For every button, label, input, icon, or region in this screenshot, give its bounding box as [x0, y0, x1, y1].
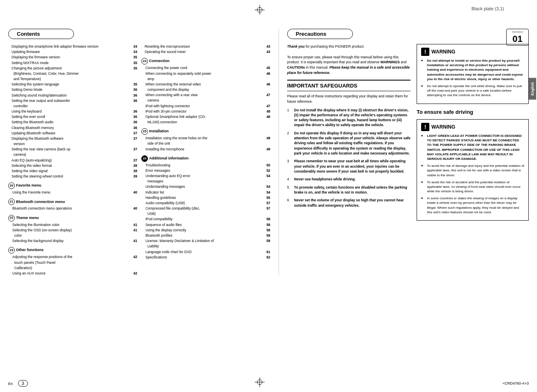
toc-item: Installation using the screw holes on th…: [141, 136, 270, 146]
en-label: En 3: [8, 381, 28, 386]
list-item: 4 Never use headphones while driving.: [287, 177, 410, 182]
toc-section-20: 20 Favorite menu: [8, 182, 137, 189]
page-container: Black plate (3,1) Contents Displaying th…: [0, 0, 537, 392]
toc-item: Troubleshooting 50: [141, 163, 270, 168]
thank-you-para: Thank you for purchasing this PIONEER pr…: [287, 44, 410, 76]
contents-header: Contents: [8, 29, 74, 39]
warning-item: Do not attempt to install or service thi…: [421, 58, 524, 81]
warning-title-1: ! WARNING: [421, 48, 524, 56]
toc-item: Handling guidelines 55: [141, 195, 270, 201]
toc-item: Error messages 52: [141, 168, 270, 173]
toc-item: Displaying the firmware version 35: [8, 55, 137, 60]
page-number-box: 3: [18, 380, 28, 387]
list-item: 3 Please remember to wear your seat belt…: [287, 159, 410, 174]
precautions-header: Precautions: [287, 29, 353, 39]
toc-item: Setting Demo Mode 36: [8, 87, 137, 92]
toc-item: Displaying the Bluetooth software versio…: [8, 136, 137, 147]
list-item: 2 Do not operate this display if doing s…: [287, 131, 410, 156]
toc-item: Setting the Bluetooth audio 36: [8, 120, 137, 125]
toc-item: iPod with lightning connector 47: [141, 104, 270, 109]
warning-title-2: ! WARNING: [421, 123, 524, 131]
toc-section-24: 24 Connection: [141, 58, 270, 65]
precautions-body: Thank you for purchasing this PIONEER pr…: [287, 44, 529, 225]
toc-item: Updating Bluetooth software 37: [8, 131, 137, 136]
toc-item: Changing the picture adjustment (Brightn…: [8, 66, 137, 82]
toc-item: Setting the rear output and subwoofer co…: [8, 98, 137, 109]
toc-item: Sequence of audio files 58: [141, 222, 270, 228]
safeguards-intro: Please read all of these instructions re…: [287, 94, 410, 104]
list-item: 6 Never set the volume of your display s…: [287, 198, 410, 208]
toc-item: Compressed file compatibility (disc, USB…: [141, 206, 270, 217]
toc-item: Installing the microphone 49: [141, 147, 270, 152]
toc-item: iPod compatibility 58: [141, 217, 270, 222]
toc-section-23: 23 Other functions: [8, 247, 137, 254]
warning-icon-2: !: [421, 123, 429, 131]
toc-item: Using the Favorite menu 40: [8, 190, 137, 195]
black-plate-label: Black plate (3,1): [472, 6, 504, 11]
toc-item: Selecting the background display 41: [8, 238, 137, 244]
section-label: Section: [509, 30, 526, 34]
warning-icon-1: !: [421, 48, 429, 56]
toc-item: Setting the steering wheel control 39: [8, 174, 137, 179]
safe-driving-header: To ensure safe driving: [417, 108, 529, 116]
toc-item: Switching sound muting/attenuation 36: [8, 93, 137, 98]
section-badge: Section 01: [506, 29, 529, 46]
toc-item: Setting the ever scroll 36: [8, 114, 137, 120]
toc-top-items: Displaying the smartphone link adaptor f…: [8, 44, 137, 179]
warning-item: In some countries or states the viewing …: [421, 196, 524, 214]
reg-mark-top: [255, 5, 265, 15]
toc-item: Setting the rear view camera (back up ca…: [8, 147, 137, 157]
toc-item: Using the keyboard 36: [8, 109, 137, 114]
toc-item: When connecting the external video compo…: [141, 82, 270, 92]
precautions-title: Precautions: [296, 31, 326, 37]
toc-col1: Displaying the smartphone link adaptor f…: [8, 44, 137, 276]
toc-item: Operating the sound mixer 43: [141, 49, 270, 55]
toc-item: Understanding auto EQ error messages 54: [141, 173, 270, 184]
warning-item: LIGHT GREEN LEAD AT POWER CONNECTOR IS D…: [421, 134, 524, 161]
toc-item: Using the display correctly 58: [141, 228, 270, 233]
toc-section-22: 22 Theme menu: [8, 215, 137, 221]
toc-item: Clearing Bluetooth memory 36: [8, 125, 137, 131]
toc-item: Selecting the illumination color 41: [8, 222, 137, 228]
toc-item: License, Warranty Disclaimer & Limitatio…: [141, 238, 270, 249]
toc-item: Understanding messages 54: [141, 184, 270, 189]
warning-box-2: ! WARNING LIGHT GREEN LEAD AT POWER CONN…: [417, 119, 529, 221]
list-item: 5 To promote safety, certain functions a…: [287, 185, 410, 195]
toc-item: Setting the video signal 38: [8, 168, 137, 174]
toc-section-25: 25 Installation: [141, 128, 270, 135]
precautions-panel: Section 01 English Precautions Thank you…: [279, 29, 529, 276]
bottom-area: En 3 <CRD4760-A>3: [8, 379, 529, 386]
warning-item: To avoid the risk of accident and the po…: [421, 180, 524, 194]
important-safeguards-header: IMPORTANT SAFEGUARDS: [287, 80, 410, 92]
contents-panel: Contents Displaying the smartphone link …: [8, 29, 279, 276]
toc-item: Selecting the video format 38: [8, 163, 137, 168]
toc-item: Setting MIXTRAX mode 35: [8, 60, 137, 66]
toc-item: Bluetooth connection menu operations 40: [8, 206, 137, 211]
toc-item: Indicator list 54: [141, 190, 270, 195]
toc-col2: Resetting the microprocessor 43 Operatin…: [141, 44, 270, 276]
catalog-number: <CRD4760-A>3: [502, 381, 529, 385]
toc-item: Optional Smartphone link adaptor (CD- ML…: [141, 114, 270, 125]
toc-item: Selecting the OSD (on-screen display) co…: [8, 228, 137, 238]
language-tab: English: [529, 78, 536, 100]
warning-item: To avoid the risk of damage and injury a…: [421, 164, 524, 178]
warning-list-2: LIGHT GREEN LEAD AT POWER CONNECTOR IS D…: [421, 134, 524, 214]
list-item: 1 Do not install the display where it ma…: [287, 108, 410, 128]
toc-section-21: 21 Bluetooth connection menu: [8, 198, 137, 205]
toc-item: Auto EQ (auto-equalizing) 37: [8, 158, 137, 163]
toc-item: Audio compatibility (USB) 57: [141, 201, 270, 206]
contents-title: Contents: [17, 31, 40, 37]
toc-item: Bluetooth profiles 59: [141, 233, 270, 238]
toc-item: Using an AUX source 42: [8, 271, 137, 276]
warning-item: Do not attempt to operate the unit while…: [421, 84, 524, 98]
toc-item: Adjusting the response positions of the …: [8, 254, 137, 271]
toc-item: Selecting the system language 35: [8, 82, 137, 87]
toc-item: When connecting to separately sold power…: [141, 71, 270, 82]
toc-item: iPod with 30-pin connector 48: [141, 109, 270, 114]
toc-item: When connecting with a rear view camera …: [141, 92, 270, 103]
toc-item: Specifications 62: [141, 255, 270, 260]
toc-item: Displaying the smartphone link adaptor f…: [8, 44, 137, 49]
contents-body: Displaying the smartphone link adaptor f…: [8, 44, 270, 276]
toc-item: Updating firmware 34: [8, 49, 137, 55]
toc-section-26: 26 Additional information: [141, 155, 270, 162]
